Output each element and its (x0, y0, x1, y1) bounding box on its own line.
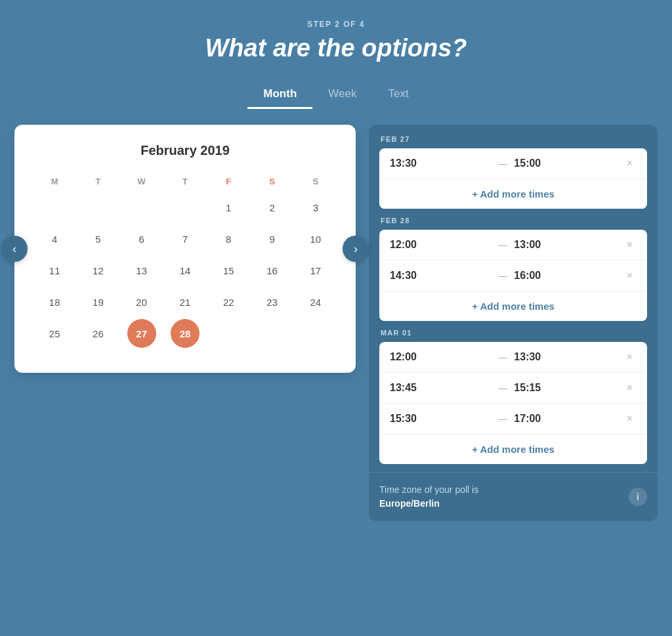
date-label-mar01: MAR 01 (379, 329, 647, 337)
time-remove-mar01-1[interactable]: × (623, 381, 637, 395)
day-14[interactable]: 14 (171, 256, 200, 285)
day-20[interactable]: 20 (127, 287, 156, 316)
tab-month[interactable]: Month (247, 81, 312, 109)
day-17[interactable]: 17 (301, 256, 330, 285)
add-times-btn-feb27[interactable]: + Add more times (379, 179, 647, 209)
day-24[interactable]: 24 (301, 287, 330, 316)
date-label-feb28: FEB 28 (379, 217, 647, 224)
timezone-label: Time zone of your poll is (379, 484, 478, 495)
day-empty-1 (83, 193, 112, 222)
time-row-mar01-2: 15:30—17:00× (379, 404, 647, 435)
page-wrapper: STEP 2 OF 4 What are the options? MonthW… (13, 20, 659, 521)
day-10[interactable]: 10 (301, 224, 330, 253)
calendar-grid: MTWTFSS123456789101112131415161718192021… (33, 171, 337, 349)
time-remove-mar01-0[interactable]: × (623, 350, 637, 364)
day-15[interactable]: 15 (214, 256, 243, 285)
tabs-container: MonthWeekText (247, 81, 424, 109)
day-empty-3 (171, 193, 200, 222)
time-end-mar01-0: 13:30 (514, 351, 616, 363)
day-18[interactable]: 18 (40, 287, 69, 316)
time-dash-feb27-0: — (498, 158, 507, 169)
day-header-t-3: T (163, 171, 207, 192)
time-remove-mar01-2[interactable]: × (623, 412, 637, 426)
day-header-t-1: T (76, 171, 119, 192)
time-row-feb28-0: 12:00—13:00× (379, 230, 647, 261)
time-end-mar01-2: 17:00 (514, 413, 616, 425)
add-times-btn-feb28[interactable]: + Add more times (379, 291, 647, 321)
timezone-value: Europe/Berlin (379, 497, 478, 511)
time-row-feb27-0: 13:30—15:00× (379, 148, 647, 179)
time-remove-feb28-1[interactable]: × (623, 268, 637, 283)
date-block-feb27: FEB 2713:30—15:00×+ Add more times (379, 135, 647, 209)
page-title: What are the options? (205, 34, 467, 62)
day-6[interactable]: 6 (127, 224, 156, 253)
time-card-feb28: 12:00—13:00×14:30—16:00×+ Add more times (379, 230, 647, 321)
day-13[interactable]: 13 (127, 256, 156, 285)
time-dash-mar01-1: — (498, 383, 507, 393)
time-end-mar01-1: 15:15 (514, 382, 616, 394)
day-25[interactable]: 25 (40, 319, 69, 348)
day-27[interactable]: 27 (127, 319, 156, 348)
day-9[interactable]: 9 (258, 224, 287, 253)
time-end-feb28-0: 13:00 (514, 239, 616, 251)
time-dash-feb28-1: — (498, 270, 507, 281)
time-start-feb28-1: 14:30 (390, 270, 492, 282)
date-block-mar01: MAR 0112:00—13:30×13:45—15:15×15:30—17:0… (379, 329, 647, 464)
day-5[interactable]: 5 (83, 224, 112, 253)
time-remove-feb28-0[interactable]: × (623, 238, 637, 252)
day-empty-2 (127, 193, 156, 222)
dates-scroll: FEB 2713:30—15:00×+ Add more timesFEB 28… (369, 125, 658, 464)
time-remove-feb27-0[interactable]: × (623, 156, 637, 171)
next-month-button[interactable]: › (343, 236, 369, 262)
day-28[interactable]: 28 (171, 319, 200, 348)
time-dash-feb28-0: — (498, 240, 507, 250)
time-end-feb27-0: 15:00 (514, 158, 616, 169)
day-8[interactable]: 8 (214, 224, 243, 253)
date-block-feb28: FEB 2812:00—13:00×14:30—16:00×+ Add more… (379, 217, 647, 321)
day-11[interactable]: 11 (40, 256, 69, 285)
time-start-mar01-2: 15:30 (390, 413, 492, 425)
time-start-mar01-1: 13:45 (390, 382, 492, 394)
timezone-section: Time zone of your poll is Europe/Berlin … (369, 472, 658, 521)
day-header-s-5: S (250, 171, 293, 192)
time-row-mar01-0: 12:00—13:30× (379, 342, 647, 373)
tab-text[interactable]: Text (372, 81, 424, 109)
calendar-title: February 2019 (33, 143, 337, 158)
time-row-mar01-1: 13:45—15:15× (379, 373, 647, 404)
time-row-feb28-1: 14:30—16:00× (379, 261, 647, 291)
timezone-text: Time zone of your poll is Europe/Berlin (379, 483, 478, 511)
day-23[interactable]: 23 (258, 287, 287, 316)
day-16[interactable]: 16 (258, 256, 287, 285)
day-empty-0 (40, 193, 69, 222)
time-card-feb27: 13:30—15:00×+ Add more times (379, 148, 647, 209)
time-start-feb28-0: 12:00 (390, 239, 492, 251)
add-times-btn-mar01[interactable]: + Add more times (379, 435, 647, 464)
day-2[interactable]: 2 (258, 193, 287, 222)
main-content: ‹ February 2019 MTWTFSS12345678910111213… (14, 125, 658, 521)
day-header-w-2: W (120, 171, 163, 192)
day-header-s-6: S (294, 171, 337, 192)
day-header-f-4: F (207, 171, 250, 192)
day-22[interactable]: 22 (214, 287, 243, 316)
day-26[interactable]: 26 (83, 319, 112, 348)
step-label: STEP 2 OF 4 (307, 20, 365, 29)
time-dash-mar01-2: — (498, 413, 507, 424)
date-label-feb27: FEB 27 (379, 135, 647, 143)
day-header-m-0: M (33, 171, 76, 192)
right-panel: FEB 2713:30—15:00×+ Add more timesFEB 28… (369, 125, 658, 521)
calendar: February 2019 MTWTFSS1234567891011121314… (14, 125, 356, 373)
tab-week[interactable]: Week (312, 81, 372, 109)
day-7[interactable]: 7 (171, 224, 200, 253)
time-card-mar01: 12:00—13:30×13:45—15:15×15:30—17:00×+ Ad… (379, 342, 647, 464)
day-12[interactable]: 12 (83, 256, 112, 285)
day-4[interactable]: 4 (40, 224, 69, 253)
time-end-feb28-1: 16:00 (514, 270, 616, 282)
calendar-wrapper: ‹ February 2019 MTWTFSS12345678910111213… (14, 125, 356, 373)
time-start-feb27-0: 13:30 (390, 158, 492, 169)
day-21[interactable]: 21 (171, 287, 200, 316)
day-3[interactable]: 3 (301, 193, 330, 222)
day-19[interactable]: 19 (83, 287, 112, 316)
timezone-info-icon[interactable]: i (629, 488, 647, 506)
day-1[interactable]: 1 (214, 193, 243, 222)
prev-month-button[interactable]: ‹ (1, 236, 28, 262)
